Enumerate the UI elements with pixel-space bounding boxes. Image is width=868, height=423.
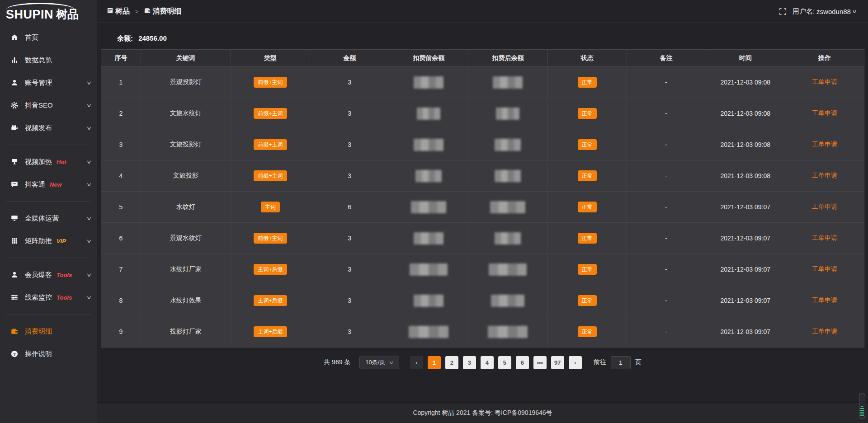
work-order-link[interactable]: 工单申请 — [812, 203, 837, 210]
breadcrumb-home-label: 树品 — [115, 7, 130, 16]
chevron-down-icon: ∨ — [389, 360, 394, 365]
page-button[interactable]: 6 — [516, 356, 529, 369]
redacted-value — [495, 139, 521, 151]
wallet-icon — [144, 7, 151, 15]
svg-text:?: ? — [13, 352, 16, 357]
page-button[interactable]: 97 — [551, 356, 564, 369]
next-page-button[interactable]: › — [569, 356, 582, 369]
cell-time: 2021-12-03 09:07 — [706, 316, 785, 348]
chevron-down-icon: ∨ — [86, 272, 92, 278]
cell-balance-after — [468, 98, 547, 129]
cell-balance-after — [468, 316, 547, 348]
breadcrumb: 树品 > 消费明细 — [107, 7, 182, 16]
status-badge: 正常 — [578, 326, 597, 337]
cell-note: - — [627, 160, 706, 192]
brand-logo: SHUPIN 树品 — [0, 0, 97, 24]
page-button[interactable]: 5 — [498, 356, 511, 369]
status-badge: 正常 — [578, 233, 597, 244]
redacted-value — [490, 201, 525, 213]
sidebar-item-home[interactable]: 首页 — [0, 26, 97, 49]
prev-page-button[interactable]: ‹ — [410, 356, 423, 369]
page-ellipsis-button[interactable]: ••• — [533, 356, 547, 369]
sidebar-item-account[interactable]: 账号管理 ∨ — [0, 71, 97, 94]
sidebar-item-member-baoke[interactable]: 会员爆客 Tools ∨ — [0, 263, 97, 286]
sidebar-item-label: 数据总览 — [25, 56, 52, 65]
type-badge: 主词+后缀 — [254, 326, 287, 337]
cell-time: 2021-12-03 09:08 — [706, 67, 785, 98]
cell-balance-before — [389, 98, 468, 129]
page-button[interactable]: 2 — [445, 356, 458, 369]
page-button[interactable]: 3 — [463, 356, 476, 369]
cell-index: 5 — [101, 192, 141, 223]
cell-amount: 3 — [310, 160, 389, 192]
sidebar-item-douketong[interactable]: 抖客通 New ∨ — [0, 173, 97, 196]
cell-balance-before — [389, 129, 468, 160]
cell-index: 3 — [101, 129, 141, 160]
work-order-link[interactable]: 工单申请 — [812, 141, 837, 148]
table-row: 3 文旅投影灯 前缀+主词 3 正常 - 2021-12-03 09:08 工单… — [101, 129, 864, 160]
cell-type: 前缀+主词 — [231, 160, 310, 192]
sidebar-item-video-publish[interactable]: 视频发布 ∨ — [0, 117, 97, 139]
chevron-down-icon: ∨ — [86, 295, 92, 301]
goto-page-input[interactable] — [611, 356, 631, 369]
grid-icon — [10, 237, 19, 245]
topbar: 树品 > 消费明细 用户名: zswodun88 ∨ — [97, 0, 868, 23]
sidebar-item-data-overview[interactable]: 数据总览 — [0, 49, 97, 71]
header-action: 操作 — [785, 50, 864, 67]
header-time: 时间 — [706, 50, 785, 67]
sidebar-item-matrix-boost[interactable]: 矩阵助推 VIP ∨ — [0, 230, 97, 252]
sidebar-item-video-heat[interactable]: 视频加热 Hot ∨ — [0, 150, 97, 173]
work-order-link[interactable]: 工单申请 — [812, 296, 837, 304]
redacted-value — [493, 76, 523, 89]
scroll-widget[interactable] — [859, 393, 865, 419]
cell-index: 6 — [101, 223, 141, 254]
breadcrumb-home[interactable]: 树品 — [107, 7, 130, 16]
goto-label: 前往 — [594, 358, 606, 367]
table-row: 9 投影灯厂家 主词+后缀 3 正常 - 2021-12-03 09:07 工单… — [101, 316, 864, 348]
page-size-select[interactable]: 10条/页 ∨ — [359, 356, 399, 369]
cell-action: 工单申请 — [785, 316, 864, 348]
sidebar-divider — [6, 258, 91, 258]
cell-time: 2021-12-03 09:07 — [706, 285, 785, 316]
header-type: 类型 — [231, 50, 310, 67]
user-menu[interactable]: 用户名: zswodun88 ∨ — [793, 7, 856, 16]
sidebar-item-consumption-detail[interactable]: 消费明细 — [0, 320, 97, 343]
work-order-link[interactable]: 工单申请 — [812, 172, 837, 179]
page-button[interactable]: 4 — [481, 356, 494, 369]
type-badge: 前缀+主词 — [254, 108, 287, 119]
sidebar-item-label: 会员爆客 — [25, 271, 52, 279]
sidebar-item-instructions[interactable]: ? 操作说明 — [0, 343, 97, 365]
cell-amount: 3 — [310, 129, 389, 160]
cell-action: 工单申请 — [785, 223, 864, 254]
cell-index: 9 — [101, 316, 141, 348]
sidebar-item-omni-media[interactable]: 全媒体运营 ∨ — [0, 207, 97, 230]
breadcrumb-current[interactable]: 消费明细 — [144, 7, 182, 16]
page-button[interactable]: 1 — [428, 356, 441, 369]
cell-type: 前缀+主词 — [231, 98, 310, 129]
sidebar-item-douyin-seo[interactable]: 抖音SEO ∨ — [0, 94, 97, 117]
cell-amount: 3 — [310, 223, 389, 254]
sidebar: SHUPIN 树品 首页 数据总览 账号管理 ∨ — [0, 0, 97, 423]
cell-keyword: 文旅投影灯 — [141, 129, 231, 160]
chevron-left-icon: ‹ — [415, 359, 417, 366]
work-order-link[interactable]: 工单申请 — [812, 78, 837, 85]
home-icon — [10, 33, 19, 42]
sidebar-item-lead-monitor[interactable]: 线索监控 Tools ∨ — [0, 286, 97, 309]
header-balance-before: 扣费前余额 — [389, 50, 468, 67]
cell-amount: 3 — [310, 316, 389, 348]
work-order-link[interactable]: 工单申请 — [812, 234, 837, 241]
work-order-link[interactable]: 工单申请 — [812, 328, 837, 335]
table-header-row: 序号 关键词 类型 金额 扣费前余额 扣费后余额 状态 备注 时间 操作 — [101, 50, 864, 67]
cell-time: 2021-12-03 09:08 — [706, 98, 785, 129]
sidebar-item-label: 视频发布 — [25, 124, 52, 132]
header-amount: 金额 — [310, 50, 389, 67]
app: SHUPIN 树品 首页 数据总览 账号管理 ∨ — [0, 0, 868, 423]
type-badge: 前缀+主词 — [254, 139, 287, 150]
cell-status: 正常 — [547, 285, 627, 316]
fullscreen-icon[interactable] — [779, 8, 786, 15]
header-note: 备注 — [627, 50, 706, 67]
work-order-link[interactable]: 工单申请 — [812, 265, 837, 273]
cell-time: 2021-12-03 09:07 — [706, 223, 785, 254]
work-order-link[interactable]: 工单申请 — [812, 109, 837, 117]
chevron-down-icon: ∨ — [86, 216, 92, 221]
